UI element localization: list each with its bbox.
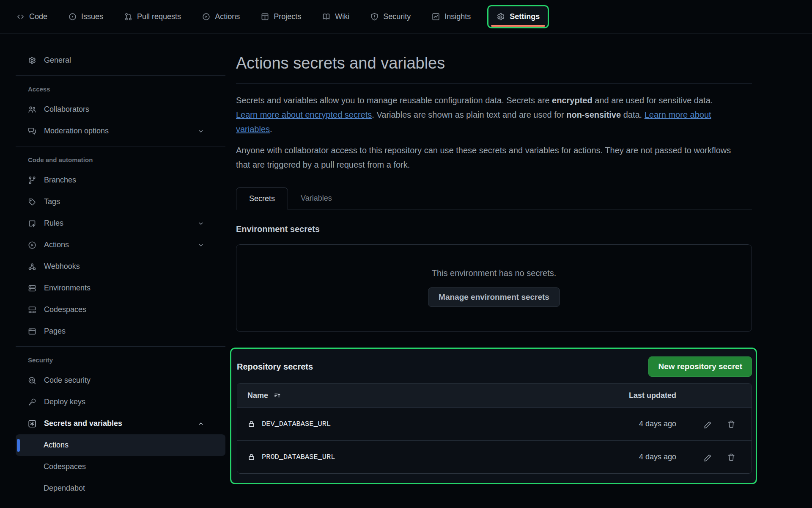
nav-tab-label: Actions bbox=[215, 12, 240, 21]
nav-tab-code[interactable]: Code bbox=[6, 0, 58, 33]
nav-tab-insights[interactable]: Insights bbox=[421, 0, 481, 33]
active-tab-underline bbox=[491, 25, 545, 27]
secret-name: PROD_DATABASE_URL bbox=[262, 453, 335, 461]
nav-tab-label: Insights bbox=[444, 12, 471, 21]
sidebar-subitem-codespaces[interactable]: Codespaces bbox=[16, 456, 225, 478]
table-row: DEV_DATABASE_URL 4 days ago bbox=[237, 407, 752, 440]
pencil-icon[interactable] bbox=[703, 453, 712, 461]
description-text: Secrets and variables allow you to manag… bbox=[236, 96, 552, 105]
book-icon bbox=[322, 13, 330, 21]
nav-tab-issues[interactable]: Issues bbox=[58, 0, 114, 33]
description-bold: encrypted bbox=[552, 96, 593, 105]
new-repository-secret-button[interactable]: New repository secret bbox=[648, 356, 752, 377]
chevron-down-icon bbox=[197, 220, 205, 227]
sidebar-item-label: Environments bbox=[44, 284, 91, 293]
page-title: Actions secrets and variables bbox=[236, 54, 752, 72]
nav-tab-wiki[interactable]: Wiki bbox=[312, 0, 360, 33]
sidebar-item-label: Rules bbox=[44, 219, 63, 228]
sidebar-item-pages[interactable]: Pages bbox=[16, 320, 225, 342]
secrets-variables-tabbar: Secrets Variables bbox=[236, 187, 752, 210]
nav-tab-label: Issues bbox=[81, 12, 103, 21]
gear-icon bbox=[497, 13, 505, 21]
last-updated-column-header: Last updated bbox=[629, 391, 676, 400]
main-content: Actions secrets and variables Secrets an… bbox=[236, 34, 752, 484]
nav-tab-label: Wiki bbox=[335, 12, 349, 21]
sidebar-item-actions[interactable]: Actions bbox=[16, 234, 225, 256]
manage-environment-secrets-button[interactable]: Manage environment secrets bbox=[428, 287, 560, 307]
sidebar-item-label: Collaborators bbox=[44, 105, 89, 114]
sidebar-subitem-dependabot[interactable]: Dependabot bbox=[16, 478, 225, 499]
nav-tab-actions[interactable]: Actions bbox=[192, 0, 250, 33]
description-bold: non-sensitive bbox=[566, 110, 621, 119]
description-text: data. bbox=[621, 110, 645, 119]
environment-secrets-box: This environment has no secrets. Manage … bbox=[236, 244, 752, 332]
sidebar-item-code-security[interactable]: Code security bbox=[16, 370, 225, 391]
sidebar-item-label: Tags bbox=[44, 197, 60, 206]
secret-last-updated: 4 days ago bbox=[639, 420, 676, 428]
git-branch-icon bbox=[28, 176, 36, 185]
tab-secrets[interactable]: Secrets bbox=[236, 187, 288, 210]
sidebar-item-deploy-keys[interactable]: Deploy keys bbox=[16, 391, 225, 413]
trash-icon[interactable] bbox=[727, 453, 735, 461]
collaborator-access-note: Anyone with collaborator access to this … bbox=[236, 143, 735, 172]
chevron-down-icon bbox=[197, 128, 205, 135]
sidebar-item-branches[interactable]: Branches bbox=[16, 169, 225, 191]
sidebar-subitem-actions[interactable]: Actions bbox=[16, 434, 225, 456]
tab-variables[interactable]: Variables bbox=[288, 187, 345, 210]
sidebar-item-tags[interactable]: Tags bbox=[16, 191, 225, 213]
chevron-up-icon bbox=[197, 420, 205, 427]
sidebar-item-webhooks[interactable]: Webhooks bbox=[16, 256, 225, 277]
sidebar-item-label: Pages bbox=[44, 327, 66, 336]
sidebar-item-label: Webhooks bbox=[44, 262, 80, 271]
description-paragraph: Secrets and variables allow you to manag… bbox=[236, 93, 735, 136]
codespaces-icon bbox=[28, 306, 36, 314]
git-pull-request-icon bbox=[124, 13, 132, 21]
codescan-icon bbox=[28, 376, 36, 385]
sidebar-item-general[interactable]: General bbox=[16, 50, 225, 71]
sidebar-item-codespaces[interactable]: Codespaces bbox=[16, 299, 225, 320]
sidebar-item-label: Branches bbox=[44, 176, 76, 185]
trash-icon[interactable] bbox=[727, 420, 735, 428]
sidebar-item-label: General bbox=[44, 56, 71, 65]
repo-nav-bar: Code Issues Pull requests Actions Projec… bbox=[0, 0, 812, 34]
sidebar-section-code-and-automation: Code and automation bbox=[16, 148, 225, 169]
play-icon bbox=[28, 241, 36, 249]
sidebar-item-moderation-options[interactable]: Moderation options bbox=[16, 120, 225, 142]
encrypted-secrets-link[interactable]: Learn more about encrypted secrets bbox=[236, 110, 372, 119]
table-header-row: Name Last updated bbox=[237, 384, 752, 407]
nav-tab-pull-requests[interactable]: Pull requests bbox=[114, 0, 192, 33]
environment-secrets-heading: Environment secrets bbox=[236, 224, 752, 234]
sort-ascending-icon[interactable] bbox=[274, 392, 281, 399]
sidebar-subitem-label: Codespaces bbox=[44, 462, 86, 471]
settings-annotation-box[interactable]: Settings bbox=[487, 5, 549, 28]
secret-last-updated: 4 days ago bbox=[639, 453, 676, 461]
sidebar-section-security: Security bbox=[16, 348, 225, 370]
sidebar-subitem-label: Dependabot bbox=[44, 484, 85, 493]
people-icon bbox=[28, 105, 36, 114]
empty-environment-message: This environment has no secrets. bbox=[432, 268, 557, 278]
asterisk-box-icon bbox=[28, 420, 36, 428]
sidebar-item-secrets-and-variables[interactable]: Secrets and variables bbox=[16, 413, 225, 434]
table-row: PROD_DATABASE_URL 4 days ago bbox=[237, 440, 752, 473]
sidebar-divider bbox=[16, 146, 225, 146]
play-icon bbox=[202, 13, 210, 21]
chevron-down-icon bbox=[197, 242, 205, 248]
sidebar-divider bbox=[16, 75, 225, 76]
description-text: and are used for sensitive data. bbox=[593, 96, 713, 105]
sidebar-item-collaborators[interactable]: Collaborators bbox=[16, 99, 225, 120]
sidebar-item-label: Secrets and variables bbox=[44, 419, 122, 428]
nav-tab-label: Security bbox=[383, 12, 411, 21]
pencil-icon[interactable] bbox=[703, 420, 712, 428]
graph-icon bbox=[432, 13, 440, 21]
repository-secrets-annotation-box: Repository secrets New repository secret… bbox=[230, 348, 757, 484]
sidebar-item-environments[interactable]: Environments bbox=[16, 277, 225, 299]
key-icon bbox=[28, 398, 36, 406]
rule-icon bbox=[28, 219, 36, 228]
nav-tab-security[interactable]: Security bbox=[360, 0, 421, 33]
nav-tab-label: Code bbox=[29, 12, 47, 21]
sidebar-item-rules[interactable]: Rules bbox=[16, 213, 225, 234]
description-text: . Variables are shown as plain text and … bbox=[372, 110, 566, 119]
nav-tab-projects[interactable]: Projects bbox=[250, 0, 312, 33]
code-icon bbox=[16, 13, 25, 21]
repository-secrets-header: Repository secrets New repository secret bbox=[237, 356, 752, 377]
